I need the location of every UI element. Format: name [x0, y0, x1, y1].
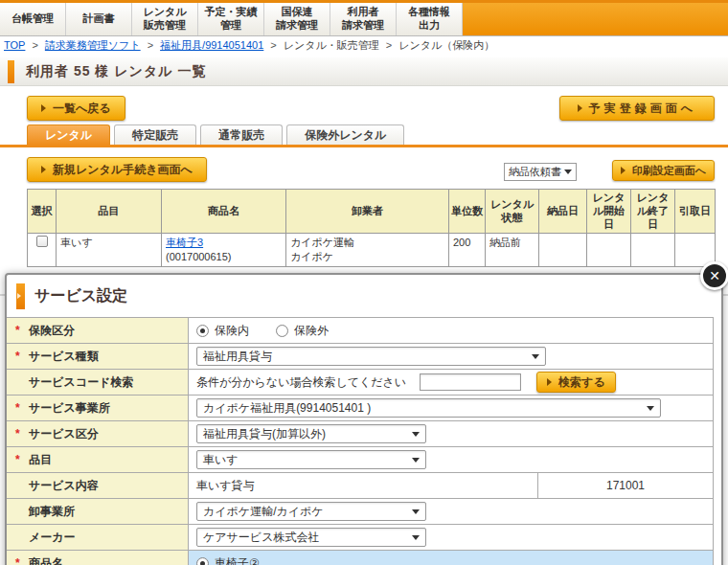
insurance-label-cell: * 保険区分: [7, 318, 189, 343]
service-office-select[interactable]: カイポケ福祉用具(9914051401 ): [196, 398, 661, 418]
required-mark: *: [15, 324, 29, 337]
print-settings-button[interactable]: 印刷設定画面へ: [612, 160, 715, 181]
form-row-code-search: * サービスコード検索 条件が分からない場合検索してください 検索する: [7, 370, 713, 396]
service-office-value-cell: カイポケ福祉用具(9914051401 ): [189, 396, 713, 420]
close-icon[interactable]: ✕: [700, 261, 728, 290]
non-insured-radio[interactable]: [276, 325, 288, 337]
breadcrumb-billing-software-link[interactable]: 請求業務管理ソフト: [45, 38, 141, 53]
maker-label: メーカー: [29, 530, 76, 546]
code-search-value-cell: 条件が分からない場合検索してください 検索する: [189, 370, 713, 395]
service-type-select[interactable]: 福祉用具貸与: [196, 347, 546, 366]
arrow-right-icon: [578, 104, 582, 112]
header-select: 選択: [28, 190, 57, 234]
item-value-cell: 車いす: [189, 447, 713, 472]
modal-title: サービス設定: [34, 286, 127, 306]
tab-rental[interactable]: レンタル: [27, 124, 110, 145]
sub-tabs: レンタル 特定販売 通常販売 保険外レンタル: [0, 124, 728, 145]
schedule-register-button[interactable]: 予実登録画面へ: [559, 96, 715, 121]
insurance-label: 保険区分: [29, 323, 75, 339]
schedule-register-label: 予実登録画面へ: [589, 101, 696, 117]
tab-normal-sales[interactable]: 通常販売: [200, 124, 283, 145]
chevron-down-icon: [412, 535, 420, 540]
product-name-link[interactable]: 車椅子3: [166, 237, 203, 248]
arrow-right-icon: [17, 293, 21, 299]
service-content-label-cell: * サービス内容: [7, 473, 189, 498]
item-value: 車いす: [203, 452, 239, 468]
arrow-right-icon: [41, 166, 46, 173]
service-category-select[interactable]: 福祉用具貸与(加算以外): [196, 424, 426, 443]
cell-wholesaler: カイポケ運輸 カイポケ: [286, 234, 449, 267]
chevron-down-icon: [412, 432, 420, 437]
header-units: 単位数: [449, 190, 486, 234]
wholesale-office-value: カイポケ運輸/カイポケ: [203, 504, 324, 520]
product-name-label: 商品名: [29, 555, 63, 565]
service-office-label-cell: * サービス事業所: [7, 396, 189, 420]
nav-tab-rental-sales[interactable]: レンタル 販売管理: [132, 3, 198, 35]
table-row: 車いす 車椅子3 (0017000615) カイポケ運輸 カイポケ 200 納品…: [28, 234, 716, 267]
product-radio[interactable]: [196, 557, 209, 565]
form-row-service-type: * サービス種類 福祉用具貸与: [7, 344, 713, 370]
page-title: 利用者 55 様 レンタル 一覧: [26, 63, 206, 80]
header-rental-start: レンタル開始日: [587, 190, 631, 234]
wholesale-office-label-cell: * 卸事業所: [7, 499, 189, 524]
non-insured-radio-label: 保険外: [294, 323, 329, 339]
form-row-maker: * メーカー ケアサービス株式会社: [7, 525, 713, 551]
nav-tab-kokuhoren-billing[interactable]: 国保連 請求管理: [264, 3, 330, 35]
breadcrumb-welfare-equipment-link[interactable]: 福祉用具/9914051401: [160, 38, 263, 53]
service-category-value: 福祉用具貸与(加算以外): [203, 426, 326, 442]
product-name-label-cell: * 商品名: [7, 551, 189, 565]
wholesale-office-value-cell: カイポケ運輸/カイポケ: [189, 499, 713, 524]
row-select-checkbox[interactable]: [36, 236, 48, 247]
service-code-value: 171001: [537, 473, 713, 498]
product-radio-label: 車椅子②: [215, 555, 260, 565]
required-mark: *: [15, 350, 29, 363]
header-product-name: 商品名: [162, 190, 286, 234]
wholesale-office-select[interactable]: カイポケ運輸/カイポケ: [196, 502, 426, 521]
cell-item: 車いす: [57, 234, 162, 267]
header-rental-status: レンタル状態: [486, 190, 539, 234]
service-content-value-cell: 車いす貸与 171001: [189, 473, 713, 498]
tab-non-insurance-rental[interactable]: 保険外レンタル: [286, 124, 404, 145]
nav-tab-schedule-results[interactable]: 予定・実績 管理: [198, 3, 264, 35]
service-category-value-cell: 福祉用具貸与(加算以外): [189, 421, 713, 446]
arrow-right-icon: [41, 104, 46, 112]
search-button-label: 検索する: [558, 374, 605, 391]
form-row-service-content: * サービス内容 車いす貸与 171001: [7, 473, 713, 499]
insured-radio[interactable]: [196, 325, 209, 337]
service-settings-form: * 保険区分 保険内 保険外 * サービス種類 福祉用具貸与: [7, 317, 714, 565]
maker-value-cell: ケアサービス株式会社: [189, 525, 713, 550]
cell-status: 納品前: [486, 234, 539, 267]
nav-tab-ledger[interactable]: 台帳管理: [0, 3, 66, 35]
breadcrumb-rental-insured: レンタル（保険内）: [398, 38, 494, 53]
breadcrumb-separator: >: [32, 39, 37, 51]
form-row-product-name: * 商品名 車椅子②: [7, 551, 713, 565]
nav-tab-data-output[interactable]: 各種情報 出力: [397, 3, 463, 35]
service-office-label: サービス事業所: [29, 400, 110, 417]
nav-tab-user-billing[interactable]: 利用者 請求管理: [330, 3, 397, 35]
breadcrumb-top-link[interactable]: TOP: [4, 39, 25, 51]
service-content-label: サービス内容: [29, 478, 99, 494]
modal-header: サービス設定: [7, 275, 721, 317]
document-type-select[interactable]: 納品依頼書: [504, 163, 577, 181]
rental-table: 選択 品目 商品名 卸業者 単位数 レンタル状態 納品日 レンタル開始日 レンタ…: [27, 189, 716, 267]
maker-select[interactable]: ケアサービス株式会社: [196, 528, 426, 547]
code-search-input[interactable]: [420, 373, 521, 391]
service-type-value-cell: 福祉用具貸与: [189, 344, 713, 369]
service-settings-modal: ✕ サービス設定 * 保険区分 保険内 保険外 * サービス種類: [5, 273, 723, 565]
item-label-cell: * 品目: [7, 447, 189, 472]
table-header-row: 選択 品目 商品名 卸業者 単位数 レンタル状態 納品日 レンタル開始日 レンタ…: [28, 190, 716, 234]
search-button[interactable]: 検索する: [536, 372, 616, 393]
service-office-value: カイポケ福祉用具(9914051401 ): [203, 400, 371, 417]
service-content-value: 車いす貸与: [196, 478, 255, 494]
service-type-label: サービス種類: [29, 349, 99, 365]
print-settings-label: 印刷設定画面へ: [632, 164, 706, 178]
new-rental-button[interactable]: 新規レンタル手続き画面へ: [27, 157, 207, 182]
back-to-list-button[interactable]: 一覧へ戻る: [27, 96, 125, 121]
form-row-service-office: * サービス事業所 カイポケ福祉用具(9914051401 ): [7, 396, 713, 421]
item-select[interactable]: 車いす: [196, 450, 426, 469]
form-row-item: * 品目 車いす: [7, 447, 713, 473]
tab-specified-sales[interactable]: 特定販売: [114, 124, 196, 145]
wholesale-office-label: 卸事業所: [29, 504, 75, 520]
nav-tab-plan[interactable]: 計画書: [66, 3, 132, 35]
header-wholesaler: 卸業者: [286, 190, 449, 234]
